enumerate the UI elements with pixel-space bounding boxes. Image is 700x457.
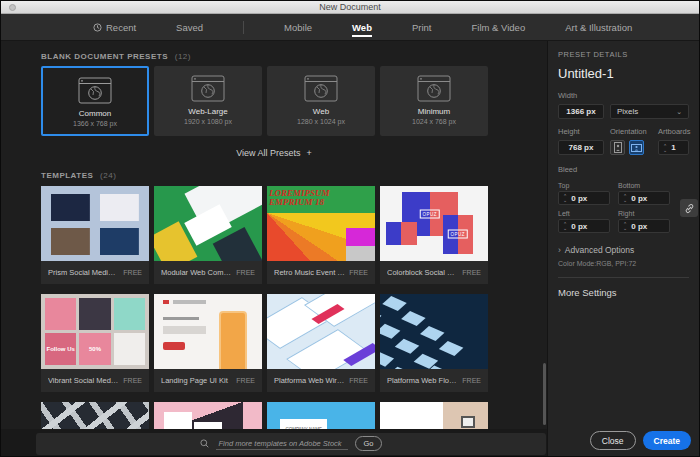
template-card-prism[interactable]: Prism Social Media SetFREE xyxy=(41,186,149,284)
content-panel: BLANK DOCUMENT PRESETS (12) Common 1366 … xyxy=(1,41,547,457)
bleed-top-input[interactable]: ⌃⌄ 0 px xyxy=(558,191,610,205)
template-art-text: LOREMIPSUM EMPRIUM'18 xyxy=(267,186,375,213)
template-card-flowcharts[interactable]: Platforma Web Flowcharts KitFREE xyxy=(380,294,488,392)
chevron-right-icon: › xyxy=(558,245,561,255)
window-titlebar: New Document xyxy=(1,1,699,14)
height-input[interactable]: 768 px xyxy=(558,140,604,155)
tab-label: Recent xyxy=(106,22,136,33)
preset-card-minimum[interactable]: Minimum 1024 x 768 px xyxy=(380,66,488,136)
web-browser-globe-icon xyxy=(78,77,112,104)
template-card-landing-page[interactable]: Landing Page UI KitFREE xyxy=(154,294,262,392)
create-button[interactable]: Create xyxy=(643,431,691,450)
artboards-label: Artboards xyxy=(658,127,691,136)
template-thumbnail xyxy=(267,294,375,369)
bleed-top-label: Top xyxy=(558,182,610,189)
template-price: FREE xyxy=(236,377,255,384)
view-all-presets-button[interactable]: View All Presets+ xyxy=(1,148,547,158)
units-dropdown[interactable]: Pixels ⌄ xyxy=(610,104,689,119)
preset-card-row: Common 1366 x 768 px Web-Large 1920 x 10… xyxy=(41,66,547,136)
template-card-colorblock[interactable]: OPUZ OPUZ Colorblock Social Media SetFRE… xyxy=(380,186,488,284)
template-name: Retro Music Event Social Media ... xyxy=(274,268,345,277)
preset-card-web[interactable]: Web 1280 x 1024 px xyxy=(267,66,375,136)
preset-name: Web xyxy=(313,107,329,116)
tab-print[interactable]: Print xyxy=(412,14,432,40)
color-mode-summary: Color Mode:RGB, PPI:72 xyxy=(558,260,689,267)
stepper-arrows-icon[interactable]: ⌃⌄ xyxy=(623,222,627,230)
stepper-arrows-icon[interactable]: ⌃⌄ xyxy=(563,194,567,202)
template-card-modular[interactable]: Modular Web Components SetFREE xyxy=(154,186,262,284)
document-name-field[interactable]: Untitled-1 xyxy=(558,66,689,81)
tab-mobile[interactable]: Mobile xyxy=(284,14,312,40)
preset-card-common[interactable]: Common 1366 x 768 px xyxy=(41,66,149,136)
tab-art-illustration[interactable]: Art & Illustration xyxy=(565,14,632,40)
tab-label: Print xyxy=(412,22,432,33)
go-button[interactable]: Go xyxy=(355,436,381,451)
portrait-icon xyxy=(614,142,622,153)
template-name: Modular Web Components Set xyxy=(161,268,232,277)
tab-label: Art & Illustration xyxy=(565,22,632,33)
web-browser-globe-icon xyxy=(417,75,451,102)
chevron-down-icon: ⌄ xyxy=(676,108,682,116)
advanced-options-label: Advanced Options xyxy=(565,245,634,255)
template-card-wireframe[interactable]: Platforma Web Wireframe KitFREE xyxy=(267,294,375,392)
preset-details-panel: PRESET DETAILS Untitled-1 Width 1366 px … xyxy=(547,41,699,457)
view-all-presets-label: View All Presets xyxy=(236,148,300,158)
landscape-icon xyxy=(631,144,642,152)
template-row: Follow Us 50% Vibrant Social Media Brand… xyxy=(41,294,547,392)
preset-dimensions: 1280 x 1024 px xyxy=(297,118,345,125)
tab-saved[interactable]: Saved xyxy=(176,14,203,40)
presets-heading-label: BLANK DOCUMENT PRESETS xyxy=(41,52,168,61)
stock-search-input[interactable] xyxy=(216,438,348,450)
new-document-dialog: New Document Recent Saved Mobile Web Pri… xyxy=(0,0,700,457)
bleed-left-label: Left xyxy=(558,210,610,217)
bleed-left-value: 0 px xyxy=(571,222,587,231)
width-input[interactable]: 1366 px xyxy=(558,104,604,119)
stepper-arrows-icon[interactable]: ⌃⌄ xyxy=(623,194,627,202)
presets-heading: BLANK DOCUMENT PRESETS (12) xyxy=(41,52,547,61)
stepper-arrows-icon[interactable]: ⌃⌄ xyxy=(563,222,567,230)
template-art-text: 50% xyxy=(89,346,101,352)
bleed-link-button[interactable] xyxy=(680,199,698,217)
template-row: Prism Social Media SetFREE Modular Web C… xyxy=(41,186,547,284)
stock-search-footer: Go xyxy=(1,429,547,457)
template-price: FREE xyxy=(349,269,368,276)
artboards-stepper[interactable]: ⌃⌄ 1 xyxy=(658,140,689,155)
preset-dimensions: 1024 x 768 px xyxy=(412,118,456,125)
template-card-vibrant[interactable]: Follow Us 50% Vibrant Social Media Brand… xyxy=(41,294,149,392)
template-price: FREE xyxy=(123,377,142,384)
stepper-arrows-icon[interactable]: ⌃⌄ xyxy=(663,144,667,152)
stock-search-bar: Go xyxy=(36,433,546,455)
tab-label: Mobile xyxy=(284,22,312,33)
tab-label: Saved xyxy=(176,22,203,33)
template-thumbnail: LOREMIPSUM EMPRIUM'18 xyxy=(267,186,375,261)
template-card-retro-music[interactable]: LOREMIPSUM EMPRIUM'18 Retro Music Event … xyxy=(267,186,375,284)
templates-heading: TEMPLATES (24) xyxy=(41,171,547,180)
close-button[interactable]: Close xyxy=(590,431,636,450)
tab-film-video[interactable]: Film & Video xyxy=(471,14,525,40)
bleed-bottom-value: 0 px xyxy=(631,194,647,203)
template-price: FREE xyxy=(462,269,481,276)
tab-web[interactable]: Web xyxy=(352,14,372,40)
presets-count: (12) xyxy=(175,52,191,61)
bleed-label: Bleed xyxy=(558,165,689,174)
orientation-landscape-button[interactable] xyxy=(629,140,644,155)
template-name: Vibrant Social Media Branding Set xyxy=(48,376,119,385)
web-browser-globe-icon xyxy=(304,75,338,102)
bleed-right-input[interactable]: ⌃⌄ 0 px xyxy=(618,219,670,233)
template-name: Platforma Web Wireframe Kit xyxy=(274,376,345,385)
template-thumbnail: Follow Us 50% xyxy=(41,294,149,369)
bleed-right-label: Right xyxy=(618,210,670,217)
preset-name: Minimum xyxy=(418,107,450,116)
vertical-scrollbar[interactable] xyxy=(543,363,546,425)
tab-recent[interactable]: Recent xyxy=(93,14,136,40)
tab-label: Web xyxy=(352,22,372,33)
orientation-portrait-button[interactable] xyxy=(610,140,625,155)
artboards-value: 1 xyxy=(671,143,675,152)
bleed-bottom-input[interactable]: ⌃⌄ 0 px xyxy=(618,191,670,205)
window-close-icon[interactable] xyxy=(9,4,16,11)
bleed-left-input[interactable]: ⌃⌄ 0 px xyxy=(558,219,610,233)
preset-dimensions: 1366 x 768 px xyxy=(73,120,117,127)
template-thumbnail xyxy=(154,186,262,261)
advanced-options-toggle[interactable]: ›Advanced Options xyxy=(558,245,689,255)
preset-card-web-large[interactable]: Web-Large 1920 x 1080 px xyxy=(154,66,262,136)
